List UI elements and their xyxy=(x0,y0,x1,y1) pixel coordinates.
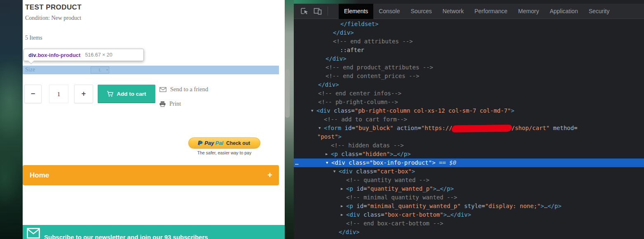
inspect-element-icon[interactable] xyxy=(300,7,309,16)
code-segment-value: /shop/cart" xyxy=(511,125,550,131)
paypal-wordmark-pal: Pal xyxy=(215,140,223,146)
tree-node[interactable]: ▼<div class="pb-right-column col-xs-12 c… xyxy=(294,106,644,115)
tab-sources[interactable]: Sources xyxy=(405,4,437,19)
code-segment-tag: </div> xyxy=(450,211,471,218)
shop-product-page: TEST PRODUCT Condition: New product 5 It… xyxy=(23,0,285,239)
tab-network[interactable]: Network xyxy=(437,4,469,19)
code-segment-plain: = xyxy=(351,107,354,114)
code-segment-dollar: == $0 xyxy=(436,159,457,166)
code-segment-comment: <!-- end product_attributes --> xyxy=(326,64,433,71)
tree-node[interactable]: <!-- quantity wanted --> xyxy=(294,176,644,185)
code-segment-plain: = xyxy=(366,159,369,166)
code-segment-tag: > xyxy=(412,168,415,175)
code-segment-comment: <!-- end center infos--> xyxy=(318,90,401,97)
tab-elements[interactable]: Elements xyxy=(339,4,373,19)
tree-node[interactable]: <!-- end product_attributes --> xyxy=(294,63,644,72)
home-accordion-header[interactable]: Home + xyxy=(23,165,279,185)
tree-node[interactable]: </div> xyxy=(294,228,644,237)
home-accordion-label: Home xyxy=(30,171,49,179)
expand-plus-icon[interactable]: + xyxy=(267,165,272,185)
code-segment-attr: class xyxy=(330,107,351,114)
tree-node[interactable]: <!-- add to cart form--> xyxy=(294,115,644,124)
code-segment-tag: > xyxy=(432,159,435,166)
tree-node[interactable]: <!-- end content_prices --> xyxy=(294,72,644,80)
tree-node[interactable]: <!-- minimal quantity wanted --> xyxy=(294,193,644,202)
code-segment-plain: = xyxy=(363,185,367,192)
expand-arrow-icon[interactable]: ▶ xyxy=(326,150,328,159)
printer-icon xyxy=(159,101,166,107)
newsletter-bar: Subscribe to our newsletter and join our… xyxy=(23,225,285,239)
screen: TEST PRODUCT Condition: New product 5 It… xyxy=(0,0,644,239)
code-segment-value: "https:// xyxy=(421,125,452,131)
tree-node[interactable]: ▶<div class="box-cart-bottom">…</div> xyxy=(294,211,644,219)
send-to-friend-label: Send to a friend xyxy=(170,86,208,93)
code-segment-tag: <div xyxy=(346,211,360,218)
code-segment-tag: </fieldset> xyxy=(340,21,379,27)
collapse-arrow-icon[interactable]: ▼ xyxy=(326,159,328,167)
print-label: Print xyxy=(169,100,181,107)
paypal-checkout-button[interactable]: PPayPal Check out xyxy=(188,137,260,149)
code-segment-attr: action xyxy=(393,125,418,131)
tree-node[interactable]: ▶<p class="hidden">…</p> xyxy=(294,150,644,159)
code-segment-value: "box-cart-bottom" xyxy=(384,211,443,218)
tooltip-class-name: .box-info-product xyxy=(36,52,81,58)
expand-arrow-icon[interactable]: ▶ xyxy=(341,185,343,193)
code-segment-tag: <p xyxy=(346,185,353,192)
code-segment-attr: id xyxy=(341,125,351,131)
devtools-toolbar: ElementsConsoleSourcesNetworkPerformance… xyxy=(294,4,644,19)
send-to-friend-link[interactable]: Send to a friend xyxy=(159,86,208,93)
device-toolbar-icon[interactable] xyxy=(313,7,322,16)
inspect-highlight-overlay xyxy=(23,66,279,74)
code-segment-tag: > xyxy=(390,151,393,157)
code-segment-comment: <!-- minimal quantity wanted --> xyxy=(346,194,457,201)
tab-security[interactable]: Security xyxy=(583,4,615,19)
quantity-decrease-button[interactable]: − xyxy=(24,85,42,103)
code-segment-tag: </p> xyxy=(548,203,562,209)
code-segment-comment: <!-- end attributes --> xyxy=(333,38,413,45)
quantity-increase-button[interactable]: + xyxy=(74,85,93,103)
tree-node[interactable]: ▶<p id="minimal_quantity_wanted_p" style… xyxy=(294,202,644,211)
tab-console[interactable]: Console xyxy=(373,4,405,19)
tree-node[interactable]: ::after xyxy=(294,46,644,54)
window-gap xyxy=(285,0,294,239)
tab-performance[interactable]: Performance xyxy=(469,4,513,19)
print-link[interactable]: Print xyxy=(159,100,181,107)
collapse-arrow-icon[interactable]: ▼ xyxy=(318,124,321,133)
code-segment-tag: <p xyxy=(346,203,353,209)
code-segment-tag: </div> xyxy=(339,229,360,235)
collapse-arrow-icon[interactable]: ▼ xyxy=(333,167,335,176)
add-to-cart-label: Add to cart xyxy=(117,91,146,97)
tab-application[interactable]: Application xyxy=(544,4,583,19)
tree-node[interactable]: <!-- hidden datas --> xyxy=(294,141,644,150)
tooltip-dimensions: 516.67 × 20 xyxy=(85,52,112,58)
code-segment-tag: <div xyxy=(339,168,353,175)
tree-node[interactable]: </div> xyxy=(294,80,644,89)
tree-node-selected[interactable]: ▼…<div class="box-info-product"> == $0 xyxy=(294,159,644,167)
code-segment-value: "display: none;" xyxy=(485,203,541,209)
code-segment-value: "box-info-product" xyxy=(370,159,432,166)
code-segment-ellipsis: … xyxy=(436,185,440,192)
quantity-input[interactable]: 1 xyxy=(49,85,68,103)
tree-node[interactable]: </fieldset> xyxy=(294,20,644,28)
tree-node[interactable]: ▼<form id="buy_block" action="https:// /… xyxy=(294,124,644,133)
node-options-icon[interactable]: … xyxy=(295,159,298,167)
tree-node[interactable]: </div> xyxy=(294,54,644,63)
expand-arrow-icon[interactable]: ▶ xyxy=(341,202,343,211)
expand-arrow-icon[interactable]: ▶ xyxy=(341,211,343,219)
tab-memory[interactable]: Memory xyxy=(513,4,545,19)
code-segment-value: "hidden" xyxy=(362,151,390,157)
tree-node[interactable]: </div> xyxy=(294,28,644,37)
page-scrollbar-thumb[interactable] xyxy=(285,69,290,118)
add-to-cart-button[interactable]: Add to cart xyxy=(98,85,155,103)
collapse-arrow-icon[interactable]: ▼ xyxy=(311,106,313,115)
tree-node[interactable]: <!-- pb-right-column--> xyxy=(294,98,644,106)
tree-node[interactable]: ▼<div class="cart-box"> xyxy=(294,167,644,176)
redaction-scribble xyxy=(452,125,511,132)
code-segment-tag: </div> xyxy=(326,55,347,62)
tree-node[interactable]: <!-- end attributes --> xyxy=(294,37,644,46)
tree-node[interactable]: "post"> xyxy=(294,133,644,141)
tree-node[interactable]: <!-- end box-cart-bottom --> xyxy=(294,219,644,228)
code-segment-ellipsis: … xyxy=(544,203,547,209)
tree-node[interactable]: <!-- end center infos--> xyxy=(294,89,644,98)
tree-node[interactable]: ▶<p id="quantity_wanted_p">…</p> xyxy=(294,185,644,193)
